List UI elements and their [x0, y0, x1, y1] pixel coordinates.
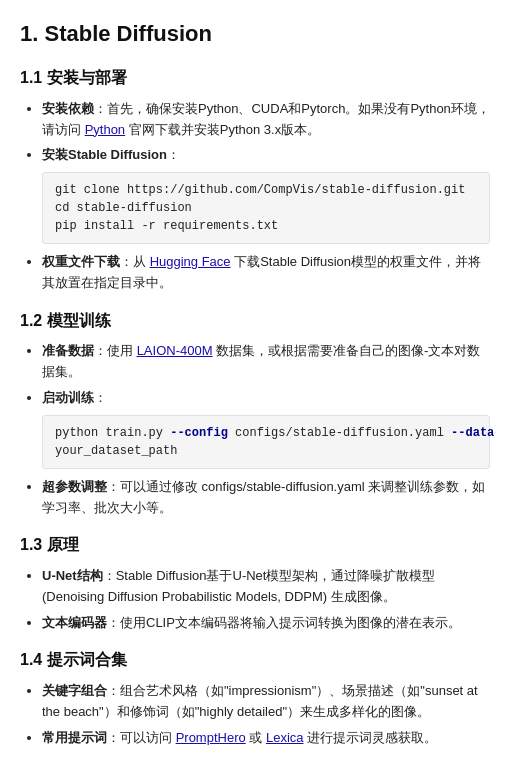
- item-label-data-prep: 准备数据: [42, 343, 94, 358]
- list-item-install-sd: 安装Stable Diffusion：: [42, 145, 490, 166]
- list-item-text-encoder: 文本编码器：使用CLIP文本编码器将输入提示词转换为图像的潜在表示。: [42, 613, 490, 634]
- code-block-install-sd: git clone https://github.com/CompVis/sta…: [42, 172, 490, 244]
- code-block-start-train: python train.py --config configs/stable-…: [42, 415, 490, 469]
- list-item-install-deps: 安装依赖：首先，确保安装Python、CUDA和Pytorch。如果没有Pyth…: [42, 99, 490, 141]
- section-list-s1-1: 安装依赖：首先，确保安装Python、CUDA和Pytorch。如果没有Pyth…: [20, 99, 490, 294]
- item-link-install-deps[interactable]: Python: [85, 122, 125, 137]
- item-link2-common-prompts[interactable]: Lexica: [266, 730, 304, 745]
- list-item-unet: U-Net结构：Stable Diffusion基于U-Net模型架构，通过降噪…: [42, 566, 490, 608]
- item-label-keyword-combo: 关键字组合: [42, 683, 107, 698]
- list-item-hyperparams: 超参数调整：可以通过修改 configs/stable-diffusion.ya…: [42, 477, 490, 519]
- item-link-data-prep[interactable]: LAION-400M: [137, 343, 213, 358]
- item-label-text-encoder: 文本编码器: [42, 615, 107, 630]
- list-item-data-prep: 准备数据：使用 LAION-400M 数据集，或根据需要准备自己的图像-文本对数…: [42, 341, 490, 383]
- item-label-install-deps: 安装依赖: [42, 101, 94, 116]
- section-heading-s1-1: 1.1 安装与部署: [20, 65, 490, 91]
- item-label-start-train: 启动训练: [42, 390, 94, 405]
- item-link-weights[interactable]: Hugging Face: [150, 254, 231, 269]
- list-item-weights: 权重文件下载：从 Hugging Face 下载Stable Diffusion…: [42, 252, 490, 294]
- list-item-common-prompts: 常用提示词：可以访问 PromptHero 或 Lexica 进行提示词灵感获取…: [42, 728, 490, 749]
- section-list-s1-4: 关键字组合：组合艺术风格（如"impressionism"）、场景描述（如"su…: [20, 681, 490, 748]
- section-heading-s1-4: 1.4 提示词合集: [20, 647, 490, 673]
- page-title: 1. Stable Diffusion: [20, 16, 490, 51]
- item-label-hyperparams: 超参数调整: [42, 479, 107, 494]
- list-item-start-train: 启动训练：: [42, 388, 490, 409]
- item-label-unet: U-Net结构: [42, 568, 103, 583]
- item-label-weights: 权重文件下载: [42, 254, 120, 269]
- item-link-common-prompts[interactable]: PromptHero: [176, 730, 246, 745]
- item-label-common-prompts: 常用提示词: [42, 730, 107, 745]
- code-line: your_dataset_path: [55, 442, 477, 460]
- section-list-s1-3: U-Net结构：Stable Diffusion基于U-Net模型架构，通过降噪…: [20, 566, 490, 633]
- section-heading-s1-3: 1.3 原理: [20, 532, 490, 558]
- section-heading-s1-2: 1.2 模型训练: [20, 308, 490, 334]
- item-label-install-sd: 安装Stable Diffusion: [42, 147, 167, 162]
- code-line: python train.py --config configs/stable-…: [55, 424, 477, 442]
- section-list-s1-2: 准备数据：使用 LAION-400M 数据集，或根据需要准备自己的图像-文本对数…: [20, 341, 490, 518]
- list-item-keyword-combo: 关键字组合：组合艺术风格（如"impressionism"）、场景描述（如"su…: [42, 681, 490, 723]
